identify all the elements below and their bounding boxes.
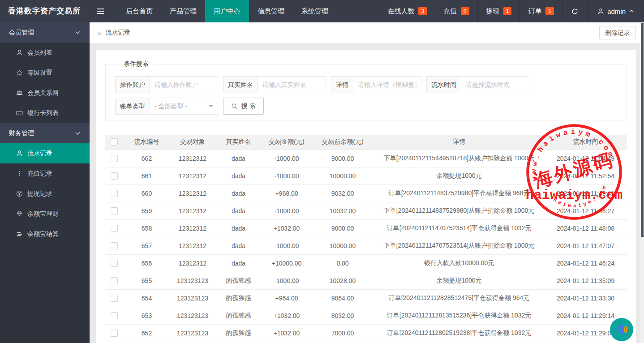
stat-recharge-label: 充值 [443,7,457,16]
row-checkbox[interactable] [111,295,118,302]
admin-menu[interactable]: admin [587,0,644,22]
row-checkbox-cell [105,254,123,272]
stat-recharge-badge: 0 [461,7,469,15]
row-checkbox-cell [105,167,123,184]
real-name-cell: dada [215,202,262,219]
list-icon [16,231,23,237]
row-checkbox[interactable] [111,172,118,180]
chevron-down-icon [75,30,81,35]
table-row: 65612312312dada+10000.000.00银行入款入款10000.… [105,254,627,272]
sidebar-item-withdraw-records[interactable]: 提现记录 [0,184,90,204]
row-checkbox[interactable] [111,260,118,267]
sidebar-item-yuebao-settle-label: 余额宝结算 [27,230,59,238]
search-button[interactable]: 搜 索 [223,98,264,115]
select-all-checkbox[interactable] [111,138,118,146]
balance-before-cell: 10028.00 [311,272,374,289]
trade-target-cell: 12312312 [170,254,215,272]
user-icon [16,49,23,56]
sidebar-item-member-list[interactable]: 会员列表 [0,43,90,63]
row-checkbox[interactable] [111,277,118,284]
stat-withdraw[interactable]: 提现1 [477,0,520,22]
column-header-4: 交易前余额(元) [311,135,374,150]
sound-float-button[interactable] [610,318,633,341]
stat-online[interactable]: 在线人数3 [379,0,435,22]
sidebar-item-member-network[interactable]: 会员关系网 [0,83,90,103]
main-content: 条件搜索 操作账户真实姓名详情流水时间 账单类型 - 全部类型 - 搜 索 [90,43,644,343]
row-checkbox-cell [105,219,123,237]
flow-id-cell: 658 [123,219,170,237]
trade-target-cell: 12312312 [170,237,215,254]
detail-cell: 订单[20240112112828512475]平仓获得金额 964元 [374,289,544,307]
dots-icon [16,170,23,177]
hamburger-icon[interactable] [90,0,111,22]
real-name-cell: dada [215,219,262,237]
real-name-cell: dada [215,150,262,167]
search-button-label: 搜 索 [241,102,256,110]
scrollbar-track[interactable] [640,22,644,343]
star-icon [16,69,23,76]
sidebar-item-member-list-label: 会员列表 [27,49,52,57]
row-checkbox[interactable] [111,207,118,214]
row-checkbox[interactable] [111,330,118,337]
row-checkbox[interactable] [111,190,118,197]
balance-before-cell: 9032.00 [311,184,374,202]
detail-cell: 下单[20240112115449528718]从账户扣除金额 1000元 [374,150,544,167]
flow-time-input[interactable] [461,76,529,93]
stat-online-badge: 3 [418,7,427,15]
top-nav: 后台首页产品管理用户中心信息管理系统管理 [117,0,337,22]
trade-amount-cell: +1032.00 [262,219,311,237]
flow-time-cell: 2024-01-12 11:54:49 [544,150,627,167]
nav-item-system[interactable]: 系统管理 [293,0,337,22]
detail-cell: 订单[20240112112813515236]平仓获得金额 1032元 [374,307,544,324]
delete-records-button[interactable]: 删除记录 [599,26,636,39]
row-checkbox[interactable] [111,155,118,162]
trade-target-cell: 12312312 [170,202,215,219]
row-checkbox[interactable] [111,242,118,249]
breadcrumb: 流水记录 [105,29,130,37]
detail-input[interactable] [353,76,421,93]
stat-withdraw-badge: 1 [503,7,512,15]
operate-account-input[interactable] [150,76,218,93]
scrollbar-thumb[interactable] [641,23,644,237]
row-checkbox[interactable] [111,225,118,232]
sidebar-item-bank-card-list[interactable]: 银行卡列表 [0,103,90,123]
table-row: 66212312312dada-1000.009000.00下单[2024011… [105,150,627,167]
search-icon [231,103,238,110]
sidebar-item-flow-records[interactable]: 流水记录 [0,143,90,163]
flow-time-group: 流水时间 [426,76,529,93]
column-header-2: 真实姓名 [215,135,262,150]
sidebar-item-yuebao-invest[interactable]: 余额宝理财 [0,204,90,224]
app-root: 香港数字资产交易所 后台首页产品管理用户中心信息管理系统管理 在线人数3充值0提… [0,0,644,343]
bill-type-select[interactable]: - 全部类型 - [150,98,218,115]
sidebar-group-finance[interactable]: 财务管理 [0,123,90,143]
stat-recharge[interactable]: 充值0 [435,0,477,22]
sidebar-item-level-setting[interactable]: 等级设置 [0,63,90,83]
real-name-cell: dada [215,167,262,184]
stat-order[interactable]: 订单1 [519,0,562,22]
topbar: 香港数字资产交易所 后台首页产品管理用户中心信息管理系统管理 在线人数3充值0提… [0,0,644,22]
sidebar-item-recharge-records[interactable]: 充值记录 [0,163,90,184]
row-checkbox-cell [105,237,123,254]
sidebar-group-member-title: 会员管理 [9,29,34,37]
sidebar-item-yuebao-settle[interactable]: 余额宝结算 [0,224,90,244]
trade-amount-cell: +968.00 [262,184,311,202]
real-name-input[interactable] [258,76,326,93]
flow-id-cell: 655 [123,272,170,289]
sidebar-group-member[interactable]: 会员管理 [0,22,90,43]
nav-item-info[interactable]: 信息管理 [249,0,293,22]
refresh-button[interactable] [562,0,587,22]
flow-time-label: 流水时间 [426,76,461,93]
nav-item-home[interactable]: 后台首页 [117,0,161,22]
balance-before-cell: 9064.00 [311,289,374,307]
nav-item-product[interactable]: 产品管理 [161,0,205,22]
balance-before-cell: 8032.00 [311,307,374,324]
breadcrumb-bar: » 流水记录 删除记录 [90,22,644,43]
nav-item-user-center[interactable]: 用户中心 [205,0,249,22]
trade-target-cell: 12312312 [170,184,215,202]
column-header-5: 详情 [374,135,544,150]
content-card: 条件搜索 操作账户真实姓名详情流水时间 账单类型 - 全部类型 - 搜 索 [96,50,636,343]
balance-before-cell: 9000.00 [311,150,374,167]
topbar-spacer [337,0,379,22]
real-name-cell: 的孤独感 [215,324,262,342]
row-checkbox[interactable] [111,312,118,319]
